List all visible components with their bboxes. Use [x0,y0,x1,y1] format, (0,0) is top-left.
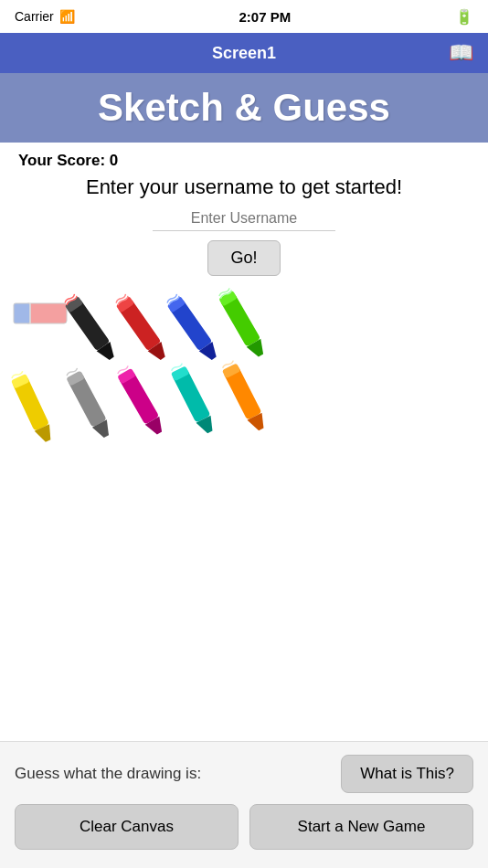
prompt-text: Enter your username to get started! [18,175,470,199]
guess-row: Guess what the drawing is: What is This? [15,755,473,793]
markers-area [0,285,488,495]
bottom-area: Guess what the drawing is: What is This?… [0,741,488,868]
book-icon[interactable]: 📖 [449,41,473,65]
svg-rect-1 [14,303,30,323]
go-button[interactable]: Go! [207,240,280,276]
status-time: 2:07 PM [239,9,292,25]
battery-icon: 🔋 [455,8,473,26]
carrier-label: Carrier [15,9,54,24]
status-right: 🔋 [455,8,473,26]
app-header: Sketch & Guess [0,73,488,143]
app-title: Sketch & Guess [0,86,488,130]
score-label: Your Score: 0 [18,152,470,170]
what-button[interactable]: What is This? [341,755,473,793]
main-content: Your Score: 0 Enter your username to get… [0,143,488,276]
nav-bar: Screen1 📖 [0,33,488,73]
status-bar: Carrier 📶 2:07 PM 🔋 [0,0,488,33]
nav-title: Screen1 [212,44,276,63]
clear-canvas-button[interactable]: Clear Canvas [15,804,239,850]
new-game-button[interactable]: Start a New Game [249,804,473,850]
guess-label: Guess what the drawing is: [15,765,201,783]
username-input[interactable] [153,206,335,231]
status-left: Carrier 📶 [15,9,75,24]
wifi-icon: 📶 [59,9,75,24]
action-row: Clear Canvas Start a New Game [15,804,473,850]
